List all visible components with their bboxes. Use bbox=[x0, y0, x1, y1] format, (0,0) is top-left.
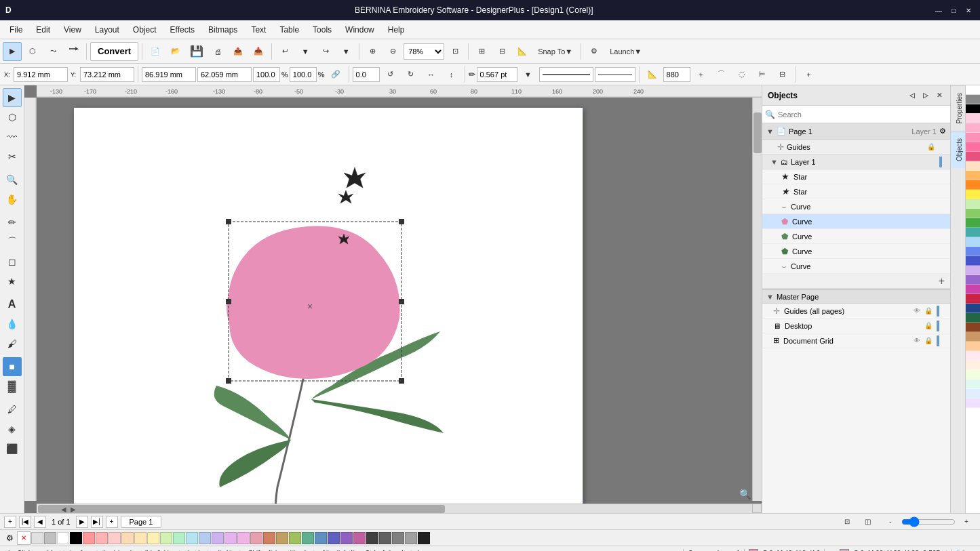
zoom-slider[interactable] bbox=[901, 517, 956, 527]
swatch-green2[interactable] bbox=[966, 218, 980, 228]
stroke-color-indicator[interactable] bbox=[840, 549, 849, 552]
guidelines-btn[interactable]: ⊟ bbox=[492, 42, 511, 61]
menu-help[interactable]: Help bbox=[381, 22, 412, 37]
y-input[interactable] bbox=[80, 67, 134, 82]
bs-mauve[interactable] bbox=[250, 532, 262, 544]
bs-black[interactable] bbox=[70, 532, 82, 544]
bs-dkgray2[interactable] bbox=[379, 532, 391, 544]
close-button[interactable]: ✕ bbox=[962, 4, 975, 16]
swatch-brown[interactable] bbox=[966, 323, 980, 332]
horizontal-scrollbar[interactable] bbox=[37, 504, 752, 513]
swatch-pastel4[interactable] bbox=[966, 380, 980, 389]
menu-object[interactable]: Object bbox=[126, 22, 163, 37]
open-button[interactable]: 📂 bbox=[166, 42, 185, 61]
fit-page-button[interactable]: ⊡ bbox=[446, 42, 465, 61]
bs-darkest[interactable] bbox=[418, 532, 430, 544]
guides-all-pages-item[interactable]: ✛ Guides (all pages) 👁 🔒 bbox=[762, 304, 950, 319]
swatch-lightpink2[interactable] bbox=[966, 123, 980, 133]
bezier-tool[interactable]: ⌒ bbox=[3, 232, 22, 251]
scroll-left-btn[interactable]: ◀ bbox=[61, 506, 66, 513]
swatch-lightpink1[interactable] bbox=[966, 114, 980, 123]
swatch-pink1[interactable] bbox=[966, 133, 980, 142]
snap-to-button[interactable]: Snap To ▼ bbox=[533, 42, 577, 61]
undo-button[interactable]: ↩ bbox=[275, 42, 294, 61]
swatch-purple2[interactable] bbox=[966, 285, 980, 294]
freehand-draw[interactable]: ✏ bbox=[3, 213, 22, 232]
bs-mgray[interactable] bbox=[392, 532, 404, 544]
stroke-input[interactable] bbox=[477, 67, 517, 82]
bs-magenta[interactable] bbox=[353, 532, 366, 544]
bs-chartreuse[interactable] bbox=[289, 532, 301, 544]
shape-tool[interactable]: ⬡ bbox=[3, 108, 22, 127]
zoom-tool[interactable]: 🔍 bbox=[3, 170, 22, 189]
node-tool-button[interactable]: ⬡ bbox=[23, 42, 42, 61]
add-page-button[interactable]: + bbox=[4, 516, 16, 528]
crop-tool[interactable]: ✂ bbox=[3, 147, 22, 166]
swatch-white[interactable] bbox=[966, 85, 980, 95]
maximize-button[interactable]: □ bbox=[947, 4, 960, 16]
align-btn2[interactable]: ⊟ bbox=[773, 65, 792, 84]
guides-row[interactable]: ✛ Guides 🔒 bbox=[762, 140, 950, 155]
star1-item[interactable]: ★ Star bbox=[762, 169, 950, 184]
bs-white[interactable] bbox=[57, 532, 69, 544]
curve-last-item[interactable]: ⌣ Curve bbox=[762, 259, 950, 274]
menu-view[interactable]: View bbox=[57, 22, 88, 37]
swatch-purple1[interactable] bbox=[966, 275, 980, 285]
menu-layout[interactable]: Layout bbox=[88, 22, 126, 37]
smear-tool[interactable]: 〰 bbox=[3, 127, 22, 146]
convert-arrow-button[interactable] bbox=[64, 42, 83, 61]
properties-tab[interactable]: Properties bbox=[951, 85, 965, 131]
import-button[interactable]: 📥 bbox=[249, 42, 268, 61]
paint-tool[interactable]: 🖌 bbox=[3, 334, 22, 353]
strip-no-fill[interactable]: ✕ bbox=[17, 531, 31, 545]
swatch-blue1[interactable] bbox=[966, 247, 980, 256]
swatch-blue2[interactable] bbox=[966, 256, 980, 266]
height-input[interactable] bbox=[197, 67, 252, 82]
curve-pink-item[interactable]: ⬟ Curve bbox=[762, 214, 950, 229]
new-button[interactable]: 📄 bbox=[146, 42, 165, 61]
export-button[interactable]: 📤 bbox=[229, 42, 248, 61]
bs-olive[interactable] bbox=[276, 532, 288, 544]
swatch-pastel6[interactable] bbox=[966, 399, 980, 408]
drawing-canvas[interactable]: × bbox=[37, 98, 752, 504]
swatch-orange1[interactable] bbox=[966, 171, 980, 180]
bs-red1[interactable] bbox=[83, 532, 95, 544]
bezier-icon[interactable]: ⌒ bbox=[712, 65, 731, 84]
bs-yellow1[interactable] bbox=[147, 532, 159, 544]
bs-pink1[interactable] bbox=[96, 532, 108, 544]
line-style-selector[interactable] bbox=[539, 67, 593, 82]
add-panel-button[interactable]: + bbox=[800, 65, 819, 84]
eyedropper-tool[interactable]: 💧 bbox=[3, 314, 22, 333]
swatch-rose[interactable] bbox=[966, 152, 980, 161]
freehand-tool-button[interactable]: ⤳ bbox=[43, 42, 62, 61]
prev-page-button[interactable]: ◀ bbox=[34, 516, 46, 528]
zoom-in-small[interactable]: + bbox=[957, 512, 976, 531]
menu-table[interactable]: Table bbox=[273, 22, 306, 37]
flip-v-button[interactable]: ↕ bbox=[442, 65, 461, 84]
page1-expand[interactable]: ▼ bbox=[766, 127, 774, 136]
menu-window[interactable]: Window bbox=[338, 22, 381, 37]
bs-lteal[interactable] bbox=[186, 532, 198, 544]
bs-peach2[interactable] bbox=[134, 532, 146, 544]
scroll-right-btn[interactable]: ▶ bbox=[71, 506, 76, 513]
swatch-pastel1[interactable] bbox=[966, 351, 980, 361]
swatch-lightorange[interactable] bbox=[966, 161, 980, 171]
rotate-ccw-button[interactable]: ↺ bbox=[381, 65, 400, 84]
bs-pink2[interactable] bbox=[109, 532, 121, 544]
scrollbar-thumb-h[interactable] bbox=[38, 505, 445, 513]
bs-lpurple1[interactable] bbox=[212, 532, 224, 544]
menu-effects[interactable]: Effects bbox=[163, 22, 201, 37]
angle-input[interactable] bbox=[353, 67, 380, 82]
view-toggle1[interactable]: ⊡ bbox=[838, 512, 857, 531]
view-toggle2[interactable]: ◫ bbox=[858, 512, 877, 531]
lock-ratio-button[interactable]: 🔗 bbox=[326, 65, 345, 84]
swatch-yellow[interactable] bbox=[966, 190, 980, 199]
zoom-out-small[interactable]: - bbox=[881, 512, 900, 531]
add-page-end-button[interactable]: + bbox=[106, 516, 118, 528]
swatch-pink2[interactable] bbox=[966, 142, 980, 152]
bs-lpink3[interactable] bbox=[237, 532, 250, 544]
bs-purple[interactable] bbox=[340, 532, 353, 544]
stroke-dropdown[interactable]: ▼ bbox=[519, 65, 538, 84]
swatch-green1[interactable] bbox=[966, 209, 980, 218]
curve-leaf1-item[interactable]: ⬟ Curve bbox=[762, 229, 950, 244]
